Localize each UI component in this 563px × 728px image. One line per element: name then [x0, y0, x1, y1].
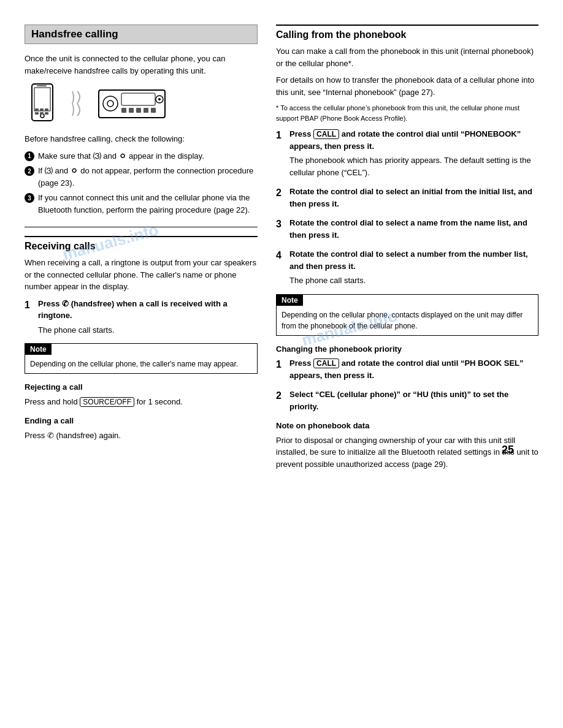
- phonebook-steps: 1 Press CALL and rotate the control dial…: [276, 128, 538, 287]
- handsfree-title: Handsfree calling: [31, 28, 251, 40]
- phonebook-step-num-4: 4: [276, 248, 285, 263]
- handsfree-section: Handsfree calling Once the unit is conne…: [25, 25, 258, 216]
- handsfree-checklist: 1 Make sure that ⑶ and ⭘ appear in the d…: [25, 150, 258, 216]
- priority-step-num-2: 2: [276, 389, 285, 403]
- phonebook-step-4-sub: The phone call starts.: [289, 275, 538, 287]
- ending-text: Press ✆ (handsfree) again.: [25, 430, 258, 442]
- step-1-sub: The phone call starts.: [38, 324, 258, 336]
- source-off-btn: SOURCE/OFF: [80, 397, 134, 407]
- checklist-text-2: If ⑶ and ⭘ do not appear, perform the co…: [38, 165, 258, 189]
- checklist-item-3: 3 If you cannot connect this unit and th…: [25, 192, 258, 216]
- svg-rect-5: [45, 112, 48, 115]
- priority-step-2-bold: Select “CEL (cellular phone)” or “HU (th…: [289, 390, 508, 411]
- phonebook-step-2: 2 Rotate the control dial to select an i…: [276, 186, 538, 210]
- handsfree-checklist-intro: Before handsfree calling, check the foll…: [25, 133, 258, 145]
- circle-2: 2: [25, 166, 34, 176]
- svg-point-20: [158, 98, 161, 100]
- svg-rect-7: [40, 108, 44, 111]
- left-column: Handsfree calling Once the unit is conne…: [25, 25, 258, 475]
- phonebook-note-box: Note Depending on the cellular phone, co…: [276, 294, 538, 336]
- rejecting-section: Rejecting a call Press and hold SOURCE/O…: [25, 381, 258, 408]
- receiving-intro: When receiving a call, a ringtone is out…: [25, 257, 258, 293]
- phonebook-intro1: You can make a call from the phonebook i…: [276, 45, 538, 69]
- phonebook-title: Calling from the phonebook: [276, 29, 538, 40]
- svg-rect-14: [121, 108, 126, 113]
- receiving-note-content: Depending on the cellular phone, the cal…: [25, 355, 257, 373]
- svg-rect-13: [121, 93, 155, 105]
- svg-rect-8: [45, 108, 48, 111]
- call-btn-priority: CALL: [313, 358, 339, 368]
- priority-step-1-content: Press CALL and rotate the control dial u…: [289, 357, 538, 381]
- receiving-note-box: Note Depending on the cellular phone, th…: [25, 343, 258, 374]
- phonebook-step-1-bold: Press CALL and rotate the control dial u…: [289, 129, 521, 151]
- ending-section: Ending a call Press ✆ (handsfree) again.: [25, 415, 258, 441]
- step-1-bold: Press ✆ (handsfree) when a call is recei…: [38, 299, 228, 320]
- phonebook-step-2-bold: Rotate the control dial to select an ini…: [289, 187, 532, 208]
- step-num-1: 1: [25, 298, 33, 313]
- phonebook-data-section: Note on phonebook data Prior to disposal…: [276, 420, 538, 470]
- svg-rect-3: [35, 112, 39, 115]
- phonebook-step-1: 1 Press CALL and rotate the control dial…: [276, 128, 538, 178]
- svg-point-12: [107, 100, 113, 107]
- svg-rect-0: [32, 84, 53, 121]
- call-btn-1: CALL: [313, 129, 339, 139]
- priority-step-2-content: Select “CEL (cellular phone)” or “HU (th…: [289, 389, 538, 412]
- priority-step-1-bold: Press CALL and rotate the control dial u…: [289, 358, 524, 380]
- svg-point-11: [103, 96, 118, 111]
- circle-3: 3: [25, 193, 34, 203]
- checklist-item-2: 2 If ⑶ and ⭘ do not appear, perform the …: [25, 165, 258, 189]
- rejecting-text: Press and hold SOURCE/OFF for 1 second.: [25, 396, 258, 408]
- right-column: Calling from the phonebook You can make …: [276, 25, 538, 475]
- phonebook-step-4: 4 Rotate the control dial to select a nu…: [276, 248, 538, 287]
- page-number: 25: [502, 444, 514, 457]
- receiving-title: Receiving calls: [25, 241, 258, 252]
- receiving-step-1: 1 Press ✆ (handsfree) when a call is rec…: [25, 298, 258, 336]
- svg-rect-9: [37, 85, 47, 86]
- radio-unit-drawing: [98, 87, 166, 121]
- svg-rect-15: [129, 108, 134, 113]
- phonebook-step-4-bold: Rotate the control dial to select a numb…: [289, 249, 528, 271]
- priority-section: Changing the phonebook priority 1 Press …: [276, 343, 538, 413]
- svg-rect-4: [40, 112, 44, 115]
- receiving-steps: 1 Press ✆ (handsfree) when a call is rec…: [25, 298, 258, 336]
- receiving-header: Receiving calls: [25, 236, 258, 252]
- receiving-note-label: Note: [25, 344, 52, 355]
- phonebook-step-3-content: Rotate the control dial to select a name…: [289, 217, 538, 241]
- section-divider: [25, 227, 258, 227]
- handsfree-title-box: Handsfree calling: [25, 25, 258, 44]
- phonebook-header: Calling from the phonebook: [276, 25, 538, 40]
- phonebook-step-2-content: Rotate the control dial to select an ini…: [289, 186, 538, 210]
- handsfree-illustration: [31, 83, 258, 124]
- step-1-content: Press ✆ (handsfree) when a call is recei…: [38, 298, 258, 336]
- phonebook-data-text: Prior to disposal or changing ownership …: [276, 434, 538, 471]
- svg-rect-18: [151, 108, 156, 113]
- priority-step-2: 2 Select “CEL (cellular phone)” or “HU (…: [276, 389, 538, 412]
- handsfree-intro: Once the unit is connected to the cellul…: [25, 53, 258, 77]
- checklist-text-1: Make sure that ⑶ and ⭘ appear in the dis…: [38, 150, 204, 162]
- svg-rect-16: [136, 108, 141, 113]
- svg-rect-1: [34, 88, 50, 111]
- phonebook-note-content: Depending on the cellular phone, contact…: [277, 306, 538, 335]
- phonebook-note-label: Note: [277, 295, 303, 306]
- phonebook-step-1-sub: The phonebook which has priority appears…: [289, 154, 538, 178]
- priority-steps: 1 Press CALL and rotate the control dial…: [276, 357, 538, 412]
- phonebook-step-3: 3 Rotate the control dial to select a na…: [276, 217, 538, 241]
- phonebook-step-num-2: 2: [276, 186, 285, 200]
- phonebook-step-num-3: 3: [276, 217, 285, 232]
- phonebook-data-header: Note on phonebook data: [276, 420, 538, 432]
- sound-waves: [70, 91, 88, 116]
- phonebook-step-3-bold: Rotate the control dial to select a name…: [289, 218, 527, 240]
- priority-step-num-1: 1: [276, 357, 285, 372]
- phonebook-step-1-content: Press CALL and rotate the control dial u…: [289, 128, 538, 178]
- circle-1: 1: [25, 151, 34, 161]
- phonebook-step-4-content: Rotate the control dial to select a numb…: [289, 248, 538, 287]
- ending-header: Ending a call: [25, 415, 258, 427]
- priority-step-1: 1 Press CALL and rotate the control dial…: [276, 357, 538, 381]
- svg-rect-17: [144, 108, 148, 113]
- checklist-item-1: 1 Make sure that ⑶ and ⭘ appear in the d…: [25, 150, 258, 162]
- phone-drawing: [31, 83, 60, 124]
- phonebook-step-num-1: 1: [276, 128, 285, 143]
- phonebook-asterisk: * To access the cellular phone’s phonebo…: [276, 103, 538, 123]
- priority-header: Changing the phonebook priority: [276, 343, 538, 355]
- phonebook-intro2: For details on how to transfer the phone…: [276, 74, 538, 98]
